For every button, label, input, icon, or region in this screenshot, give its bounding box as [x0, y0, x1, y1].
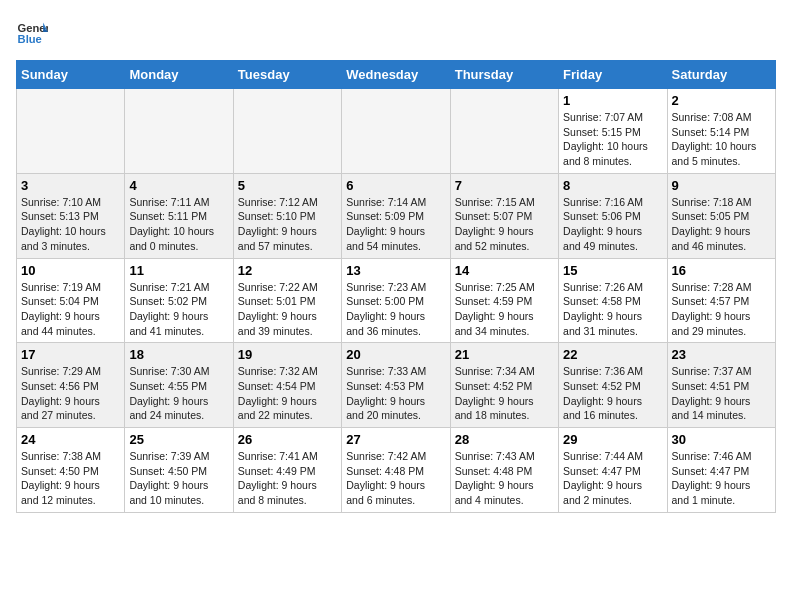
- weekday-header-tuesday: Tuesday: [233, 61, 341, 89]
- day-info: Sunrise: 7:16 AM Sunset: 5:06 PM Dayligh…: [563, 195, 662, 254]
- day-number: 15: [563, 263, 662, 278]
- day-info: Sunrise: 7:23 AM Sunset: 5:00 PM Dayligh…: [346, 280, 445, 339]
- day-number: 14: [455, 263, 554, 278]
- day-number: 18: [129, 347, 228, 362]
- day-cell: 8Sunrise: 7:16 AM Sunset: 5:06 PM Daylig…: [559, 173, 667, 258]
- day-cell: 1Sunrise: 7:07 AM Sunset: 5:15 PM Daylig…: [559, 89, 667, 174]
- day-number: 5: [238, 178, 337, 193]
- day-info: Sunrise: 7:32 AM Sunset: 4:54 PM Dayligh…: [238, 364, 337, 423]
- day-cell: 20Sunrise: 7:33 AM Sunset: 4:53 PM Dayli…: [342, 343, 450, 428]
- weekday-header-friday: Friday: [559, 61, 667, 89]
- day-cell: 23Sunrise: 7:37 AM Sunset: 4:51 PM Dayli…: [667, 343, 775, 428]
- day-number: 23: [672, 347, 771, 362]
- day-number: 24: [21, 432, 120, 447]
- day-cell: 21Sunrise: 7:34 AM Sunset: 4:52 PM Dayli…: [450, 343, 558, 428]
- day-cell: 25Sunrise: 7:39 AM Sunset: 4:50 PM Dayli…: [125, 428, 233, 513]
- header: General Blue: [16, 16, 776, 48]
- day-number: 20: [346, 347, 445, 362]
- day-info: Sunrise: 7:15 AM Sunset: 5:07 PM Dayligh…: [455, 195, 554, 254]
- day-cell: 7Sunrise: 7:15 AM Sunset: 5:07 PM Daylig…: [450, 173, 558, 258]
- logo: General Blue: [16, 16, 52, 48]
- weekday-header-thursday: Thursday: [450, 61, 558, 89]
- day-number: 10: [21, 263, 120, 278]
- day-cell: 16Sunrise: 7:28 AM Sunset: 4:57 PM Dayli…: [667, 258, 775, 343]
- day-info: Sunrise: 7:11 AM Sunset: 5:11 PM Dayligh…: [129, 195, 228, 254]
- day-cell: 13Sunrise: 7:23 AM Sunset: 5:00 PM Dayli…: [342, 258, 450, 343]
- day-number: 1: [563, 93, 662, 108]
- week-row-2: 3Sunrise: 7:10 AM Sunset: 5:13 PM Daylig…: [17, 173, 776, 258]
- day-cell: 5Sunrise: 7:12 AM Sunset: 5:10 PM Daylig…: [233, 173, 341, 258]
- day-info: Sunrise: 7:30 AM Sunset: 4:55 PM Dayligh…: [129, 364, 228, 423]
- day-cell: 6Sunrise: 7:14 AM Sunset: 5:09 PM Daylig…: [342, 173, 450, 258]
- day-number: 11: [129, 263, 228, 278]
- day-info: Sunrise: 7:43 AM Sunset: 4:48 PM Dayligh…: [455, 449, 554, 508]
- day-number: 22: [563, 347, 662, 362]
- day-cell: 12Sunrise: 7:22 AM Sunset: 5:01 PM Dayli…: [233, 258, 341, 343]
- day-cell: 17Sunrise: 7:29 AM Sunset: 4:56 PM Dayli…: [17, 343, 125, 428]
- day-number: 6: [346, 178, 445, 193]
- day-cell: 9Sunrise: 7:18 AM Sunset: 5:05 PM Daylig…: [667, 173, 775, 258]
- day-info: Sunrise: 7:18 AM Sunset: 5:05 PM Dayligh…: [672, 195, 771, 254]
- day-number: 30: [672, 432, 771, 447]
- day-number: 4: [129, 178, 228, 193]
- day-cell: 19Sunrise: 7:32 AM Sunset: 4:54 PM Dayli…: [233, 343, 341, 428]
- day-info: Sunrise: 7:08 AM Sunset: 5:14 PM Dayligh…: [672, 110, 771, 169]
- day-cell: [342, 89, 450, 174]
- day-info: Sunrise: 7:41 AM Sunset: 4:49 PM Dayligh…: [238, 449, 337, 508]
- day-cell: [233, 89, 341, 174]
- day-info: Sunrise: 7:33 AM Sunset: 4:53 PM Dayligh…: [346, 364, 445, 423]
- day-number: 17: [21, 347, 120, 362]
- day-info: Sunrise: 7:28 AM Sunset: 4:57 PM Dayligh…: [672, 280, 771, 339]
- day-cell: 18Sunrise: 7:30 AM Sunset: 4:55 PM Dayli…: [125, 343, 233, 428]
- week-row-3: 10Sunrise: 7:19 AM Sunset: 5:04 PM Dayli…: [17, 258, 776, 343]
- day-info: Sunrise: 7:38 AM Sunset: 4:50 PM Dayligh…: [21, 449, 120, 508]
- day-cell: 14Sunrise: 7:25 AM Sunset: 4:59 PM Dayli…: [450, 258, 558, 343]
- weekday-header-wednesday: Wednesday: [342, 61, 450, 89]
- svg-text:Blue: Blue: [18, 33, 42, 45]
- day-info: Sunrise: 7:29 AM Sunset: 4:56 PM Dayligh…: [21, 364, 120, 423]
- day-cell: 11Sunrise: 7:21 AM Sunset: 5:02 PM Dayli…: [125, 258, 233, 343]
- day-cell: 29Sunrise: 7:44 AM Sunset: 4:47 PM Dayli…: [559, 428, 667, 513]
- day-info: Sunrise: 7:26 AM Sunset: 4:58 PM Dayligh…: [563, 280, 662, 339]
- day-number: 13: [346, 263, 445, 278]
- day-cell: 4Sunrise: 7:11 AM Sunset: 5:11 PM Daylig…: [125, 173, 233, 258]
- day-cell: 24Sunrise: 7:38 AM Sunset: 4:50 PM Dayli…: [17, 428, 125, 513]
- day-info: Sunrise: 7:44 AM Sunset: 4:47 PM Dayligh…: [563, 449, 662, 508]
- day-cell: 26Sunrise: 7:41 AM Sunset: 4:49 PM Dayli…: [233, 428, 341, 513]
- day-number: 21: [455, 347, 554, 362]
- weekday-header-monday: Monday: [125, 61, 233, 89]
- day-number: 28: [455, 432, 554, 447]
- day-number: 26: [238, 432, 337, 447]
- calendar-body: 1Sunrise: 7:07 AM Sunset: 5:15 PM Daylig…: [17, 89, 776, 513]
- day-number: 3: [21, 178, 120, 193]
- weekday-row: SundayMondayTuesdayWednesdayThursdayFrid…: [17, 61, 776, 89]
- day-info: Sunrise: 7:39 AM Sunset: 4:50 PM Dayligh…: [129, 449, 228, 508]
- day-number: 27: [346, 432, 445, 447]
- calendar-header: SundayMondayTuesdayWednesdayThursdayFrid…: [17, 61, 776, 89]
- day-number: 19: [238, 347, 337, 362]
- day-cell: 22Sunrise: 7:36 AM Sunset: 4:52 PM Dayli…: [559, 343, 667, 428]
- day-number: 16: [672, 263, 771, 278]
- day-cell: 3Sunrise: 7:10 AM Sunset: 5:13 PM Daylig…: [17, 173, 125, 258]
- day-cell: [17, 89, 125, 174]
- day-number: 2: [672, 93, 771, 108]
- day-info: Sunrise: 7:19 AM Sunset: 5:04 PM Dayligh…: [21, 280, 120, 339]
- logo-icon: General Blue: [16, 16, 48, 48]
- week-row-4: 17Sunrise: 7:29 AM Sunset: 4:56 PM Dayli…: [17, 343, 776, 428]
- day-number: 9: [672, 178, 771, 193]
- week-row-5: 24Sunrise: 7:38 AM Sunset: 4:50 PM Dayli…: [17, 428, 776, 513]
- day-number: 25: [129, 432, 228, 447]
- day-info: Sunrise: 7:07 AM Sunset: 5:15 PM Dayligh…: [563, 110, 662, 169]
- day-cell: [125, 89, 233, 174]
- day-info: Sunrise: 7:37 AM Sunset: 4:51 PM Dayligh…: [672, 364, 771, 423]
- week-row-1: 1Sunrise: 7:07 AM Sunset: 5:15 PM Daylig…: [17, 89, 776, 174]
- day-number: 8: [563, 178, 662, 193]
- day-info: Sunrise: 7:22 AM Sunset: 5:01 PM Dayligh…: [238, 280, 337, 339]
- day-info: Sunrise: 7:36 AM Sunset: 4:52 PM Dayligh…: [563, 364, 662, 423]
- day-info: Sunrise: 7:14 AM Sunset: 5:09 PM Dayligh…: [346, 195, 445, 254]
- day-number: 7: [455, 178, 554, 193]
- day-cell: 27Sunrise: 7:42 AM Sunset: 4:48 PM Dayli…: [342, 428, 450, 513]
- day-cell: 2Sunrise: 7:08 AM Sunset: 5:14 PM Daylig…: [667, 89, 775, 174]
- weekday-header-saturday: Saturday: [667, 61, 775, 89]
- day-info: Sunrise: 7:10 AM Sunset: 5:13 PM Dayligh…: [21, 195, 120, 254]
